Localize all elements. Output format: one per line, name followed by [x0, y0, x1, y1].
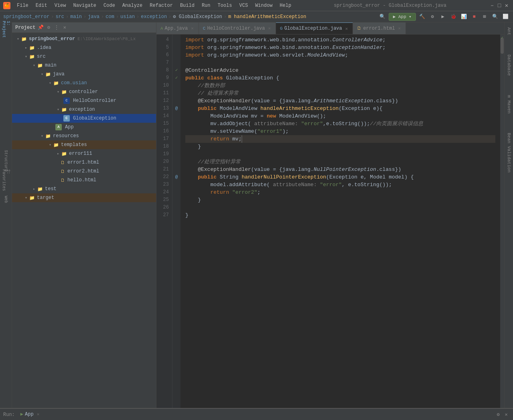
tree-root[interactable]: ▾ 📁 springboot_error E:\IDEAWorkSpace\P8… [12, 34, 156, 43]
minimize-button[interactable]: － [489, 2, 495, 9]
breadcrumb-src[interactable]: src [55, 14, 64, 20]
layout-button[interactable]: ⊞ [480, 12, 489, 21]
search-button[interactable]: 🔍 [491, 12, 499, 21]
app-tab-close[interactable]: ✕ [37, 412, 40, 417]
tree-controller[interactable]: ▾ 📁 controller [12, 87, 156, 96]
breadcrumb-method[interactable]: m handleArithmeticException [228, 14, 306, 20]
breadcrumb-com[interactable]: com [105, 14, 114, 20]
menu-edit[interactable]: Edit [32, 2, 51, 9]
menu-view[interactable]: View [51, 2, 69, 9]
gutter-22: @ [172, 173, 180, 181]
breadcrumb-class[interactable]: ⚙ GlobalException [173, 14, 222, 20]
expand-button[interactable]: ⬜ [501, 12, 510, 21]
debug-button[interactable]: 🐞 [449, 12, 458, 21]
controller-label: controller [69, 89, 98, 95]
menu-analyze[interactable]: Analyze [119, 2, 146, 9]
globalexception-close[interactable]: ✕ [345, 26, 348, 31]
menu-tools[interactable]: Tools [215, 2, 235, 9]
ant-panel[interactable]: Ant [505, 24, 513, 39]
gutter-5 [172, 44, 180, 51]
tree-error2html[interactable]: 🗋 error2.html [12, 167, 156, 176]
tab-globalexception[interactable]: G GlobalException.java ✕ [276, 22, 353, 34]
favorites-icon[interactable]: 2: Favorites [1, 175, 11, 185]
code-line-15: mv.addObject( attributeName: "error",e.t… [185, 120, 495, 128]
scrollbar-thumb[interactable] [501, 38, 504, 54]
settings-panel-button[interactable]: ⚙ [45, 24, 52, 31]
breadcrumb-project[interactable]: springboot_error [3, 14, 49, 20]
appjava-close[interactable]: ✕ [191, 26, 194, 31]
breadcrumb-usian[interactable]: usian [120, 14, 135, 20]
exception-arrow: ▾ [55, 107, 61, 112]
coverage-button[interactable]: 📊 [459, 12, 468, 21]
code-line-23: model.addAttribute( attributeName: "erro… [185, 181, 495, 189]
bean-validation-panel[interactable]: Bean Validation [505, 130, 513, 176]
run-config-button[interactable]: ▶ App ▾ [389, 13, 416, 21]
back-button[interactable]: 🔍 [378, 12, 387, 21]
run-button[interactable]: ▶ [438, 12, 447, 21]
gear-icon[interactable]: ⋮ [53, 24, 60, 31]
menu-help[interactable]: Help [276, 2, 294, 9]
close-button[interactable]: ✕ [503, 2, 510, 9]
menu-file[interactable]: File [14, 2, 32, 9]
project-icon[interactable]: 1: Project [1, 24, 11, 34]
gutter-19 [172, 150, 180, 158]
tree-error1html[interactable]: 🗋 error1.html [12, 158, 156, 167]
root-folder-icon: 📁 [21, 36, 27, 42]
tab-hellocontroller[interactable]: C HelloController.java ✕ [199, 22, 276, 34]
menu-refactor[interactable]: Refactor [146, 2, 176, 9]
breadcrumb-java[interactable]: java [88, 14, 99, 20]
hellohtml-label: hello.html [67, 177, 96, 183]
maximize-button[interactable]: □ [496, 2, 503, 9]
code-line-11: // 处理算术异常 [185, 89, 495, 97]
menu-vcs[interactable]: VCS [236, 2, 251, 9]
menu-window[interactable]: Window [252, 2, 276, 9]
tree-exception[interactable]: ▾ 📁 exception [12, 105, 156, 114]
structure-icon[interactable]: Structure [1, 156, 11, 166]
menu-navigate[interactable]: Navigate [70, 2, 99, 9]
tree-idea[interactable]: ▸ 📁 .idea [12, 43, 156, 52]
tree-error111[interactable]: ▸ 📁 error111 [12, 149, 156, 158]
tree-templates[interactable]: ▾ 📁 templates [12, 140, 156, 149]
tree-globalexception[interactable]: C GlobalException [12, 114, 156, 123]
tab-error1html[interactable]: 🗋 error1.html ✕ [353, 22, 406, 34]
hellocontroller-tab-icon: C [203, 26, 206, 31]
tree-main[interactable]: ▾ 📁 main [12, 61, 156, 70]
left-sidebar: 1: Project Structure 2: Favorites Web [0, 22, 12, 408]
menu-run[interactable]: Run [199, 2, 214, 9]
error1html-close[interactable]: ✕ [398, 26, 401, 31]
settings-button[interactable]: ⚙ [428, 12, 437, 21]
tree-target[interactable]: ▾ 📁 target [12, 193, 156, 202]
panel-header: Project 📌 ⚙ ⋮ ✕ [12, 22, 156, 33]
tree-app[interactable]: A App [12, 123, 156, 132]
bottom-close-button[interactable]: ✕ [503, 411, 510, 418]
globalexception-tab-icon: G [280, 26, 283, 31]
code-line-4: import org.springframework.web.bind.anno… [185, 36, 495, 44]
tree-src[interactable]: ▾ 📁 src [12, 52, 156, 61]
vertical-scrollbar[interactable]: ✓ [500, 34, 504, 408]
bottom-tab-app[interactable]: ▶ App ✕ [16, 409, 43, 420]
tree-hellohtml[interactable]: 🗋 hello.html [12, 176, 156, 185]
globalexception-label: GlobalException [73, 116, 116, 121]
bottom-settings-button[interactable]: ⚙ [495, 411, 502, 418]
tab-appjava[interactable]: A App.java ✕ [156, 22, 199, 34]
menu-code[interactable]: Code [100, 2, 118, 9]
tree-hellocontroller[interactable]: C HelloController [12, 96, 156, 105]
breadcrumb-main[interactable]: main [70, 14, 82, 20]
close-panel-button[interactable]: ✕ [61, 24, 68, 31]
hellocontroller-close[interactable]: ✕ [268, 26, 271, 31]
web-icon[interactable]: Web [1, 194, 11, 205]
tree-resources[interactable]: ▾ 📁 resources [12, 132, 156, 140]
breadcrumb-exception[interactable]: exception [141, 14, 167, 20]
maven-panel[interactable]: m Maven [505, 92, 513, 117]
database-panel[interactable]: Database [505, 51, 513, 79]
pin-button[interactable]: 📌 [37, 24, 44, 31]
tree-java[interactable]: ▾ 📁 java [12, 70, 156, 79]
code-content[interactable]: import org.springframework.web.bind.anno… [180, 34, 500, 408]
menu-build[interactable]: Build [177, 2, 198, 9]
stop-button[interactable]: ■ [470, 12, 479, 21]
build-button[interactable]: 🔨 [418, 12, 426, 21]
tree-test[interactable]: ▸ 📁 test [12, 185, 156, 193]
code-line-27: } [185, 211, 495, 219]
exception-label: exception [69, 107, 95, 112]
tree-com-usian[interactable]: ▾ 📁 com.usian [12, 79, 156, 87]
